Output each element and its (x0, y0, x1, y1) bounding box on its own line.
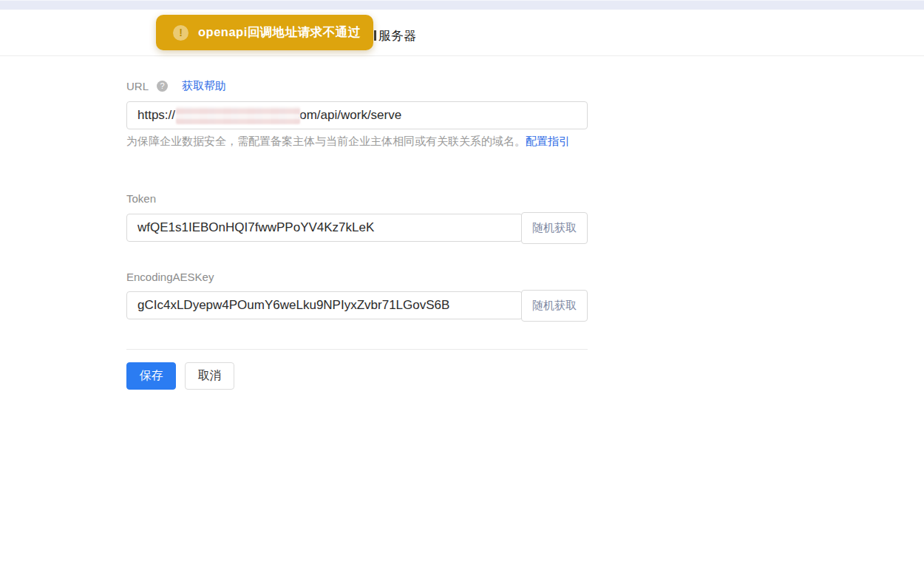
get-help-link[interactable]: 获取帮助 (182, 79, 226, 93)
toast-message: openapi回调地址请求不通过 (198, 24, 361, 41)
form-divider (126, 349, 588, 350)
cancel-button[interactable]: 取消 (185, 362, 234, 390)
aes-key-label: EncodingAESKey (126, 271, 214, 283)
url-label: URL (126, 80, 149, 92)
token-label: Token (126, 192, 156, 205)
question-icon[interactable]: ? (157, 81, 168, 92)
page-title: 服务器 (378, 27, 416, 44)
partially-hidden-title-char (374, 30, 376, 41)
browser-top-strip (0, 0, 924, 10)
aes-random-button[interactable]: 随机获取 (521, 290, 588, 322)
save-button[interactable]: 保存 (126, 362, 176, 390)
url-label-row: URL ? 获取帮助 (126, 79, 226, 93)
config-guide-link[interactable]: 配置指引 (526, 135, 570, 147)
aes-key-input[interactable] (126, 291, 523, 319)
url-field[interactable]: https:// .com/api/work/serve (126, 101, 588, 129)
url-value-prefix: https:// (137, 108, 175, 123)
header-divider (0, 55, 924, 56)
token-input[interactable] (126, 214, 523, 242)
error-toast: ! openapi回调地址请求不通过 (156, 15, 373, 50)
url-hint-text: 为保障企业数据安全，需配置备案主体与当前企业主体相同或有关联关系的域名。配置指引 (126, 131, 586, 151)
redacted-domain-mosaic (176, 106, 300, 124)
app-window: 服务器 ! openapi回调地址请求不通过 URL ? 获取帮助 https:… (0, 0, 924, 573)
hint-body: 为保障企业数据安全，需配置备案主体与当前企业主体相同或有关联关系的域名。 (126, 135, 526, 147)
url-value-suffix: .com/api/work/serve (290, 108, 401, 123)
exclamation-icon: ! (173, 25, 188, 41)
token-random-button[interactable]: 随机获取 (521, 212, 588, 244)
